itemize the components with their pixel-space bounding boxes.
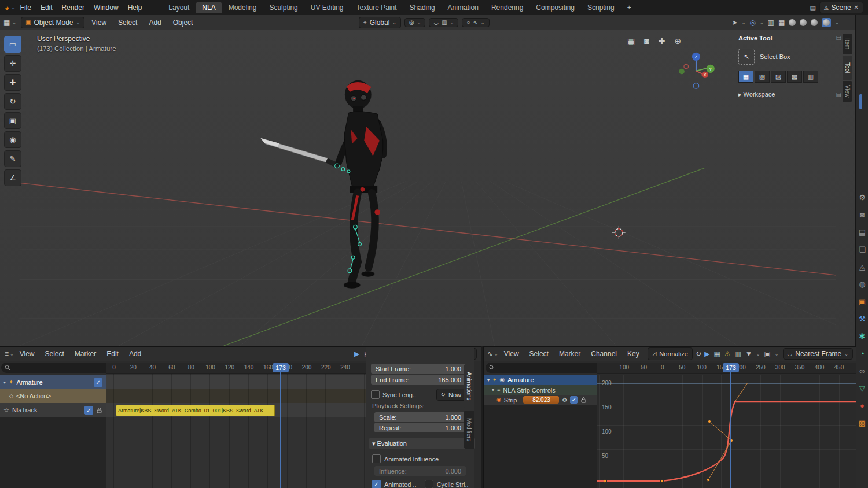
shading-wireframe-icon[interactable]: [789, 19, 796, 26]
strip-enable-checkbox[interactable]: ✓: [570, 396, 578, 404]
overlays-caret-icon[interactable]: ⌄: [760, 20, 764, 25]
graph-copy-caret-icon[interactable]: ⌄: [775, 352, 779, 357]
tab-animation[interactable]: Animation: [442, 2, 484, 13]
graph-overlay-icon[interactable]: ▥: [735, 350, 741, 357]
nla-channel-track[interactable]: ☆ NlaTrack ✓: [0, 403, 106, 417]
viewport-gizmo-extra-icon[interactable]: ▦: [778, 19, 785, 26]
graph-playhead-snap-icon[interactable]: ▶: [704, 350, 709, 357]
nla-menu-view[interactable]: View: [15, 349, 39, 359]
graph-channel-search[interactable]: [486, 363, 602, 373]
graph-channel-nla-strip-controls[interactable]: ▾ ≡ NLA Strip Controls: [484, 385, 597, 395]
viewport-menu-add[interactable]: Add: [144, 17, 165, 28]
graph-channel-strip[interactable]: ◉ Strip 82.023 ⚙ ✓: [484, 395, 597, 405]
sidebar-tab-item[interactable]: Item: [843, 34, 852, 54]
lock-icon[interactable]: [580, 397, 587, 403]
expand-icon[interactable]: ▾: [3, 380, 6, 385]
menu-edit[interactable]: Edit: [36, 2, 57, 13]
menu-window[interactable]: Window: [89, 2, 123, 13]
transform-tool-button[interactable]: ◉: [4, 131, 21, 148]
scene-browse-icon[interactable]: ▤: [810, 5, 815, 11]
graph-filter-caret-icon[interactable]: ⌄: [756, 352, 760, 357]
overlays-icon[interactable]: ◎: [749, 19, 755, 26]
tab-nla[interactable]: NLA: [196, 2, 221, 13]
sidebar-tab-view[interactable]: View: [843, 81, 852, 102]
select-mode-3-button[interactable]: ▩: [787, 71, 802, 83]
annotate-tool-button[interactable]: ✎: [4, 150, 21, 167]
navigation-gizmo[interactable]: Z Y X: [679, 53, 715, 89]
graph-playhead-badge[interactable]: 173: [723, 363, 739, 372]
nla-playhead-badge[interactable]: 173: [273, 363, 289, 372]
editor-type-nla-icon[interactable]: ≡: [5, 350, 9, 357]
viewport-menu-select[interactable]: Select: [113, 17, 142, 28]
shading-caret-icon[interactable]: ⌄: [835, 20, 839, 25]
graph-menu-marker[interactable]: Marker: [554, 349, 585, 359]
workspace-options-icon[interactable]: ▤: [836, 92, 841, 98]
object-data-properties-tab[interactable]: ▽: [856, 383, 868, 393]
pivot-point-selector[interactable]: ◎⌄: [404, 18, 425, 27]
fcurve-keyframe[interactable]: [708, 420, 711, 423]
scale-field[interactable]: Scale: 1.000: [374, 412, 466, 422]
texture-properties-tab[interactable]: ▩: [856, 417, 868, 428]
shading-rendered-button[interactable]: [822, 18, 831, 27]
zoom-view-icon[interactable]: ⊕: [674, 37, 681, 45]
strip-time-slider[interactable]: 82.023: [523, 396, 559, 404]
fcurve-keyframe[interactable]: [660, 479, 663, 482]
graph-menu-view[interactable]: View: [499, 349, 524, 359]
sync-now-button[interactable]: ↻ Now: [436, 389, 466, 401]
fcurve-handle-line[interactable]: [735, 383, 748, 402]
fcurve-handle-line[interactable]: [709, 422, 731, 441]
panel-options-icon[interactable]: ▤: [836, 35, 841, 41]
start-frame-field[interactable]: Start Frame: 1.000: [371, 364, 466, 374]
animated-strip-time-checkbox[interactable]: ✓: [372, 480, 381, 488]
cursor-tool-button[interactable]: ✛: [4, 55, 21, 72]
modifiers-properties-tab[interactable]: ⚒: [856, 313, 868, 324]
fcurve-keyframe[interactable]: [707, 478, 709, 481]
graph-menu-channel[interactable]: Channel: [586, 349, 621, 359]
transform-orientation-selector[interactable]: ⌖ Global ⌄: [359, 17, 401, 28]
graph-channel-armature[interactable]: ▾ ✦ ◉ Armature: [484, 375, 597, 385]
tool-properties-tab[interactable]: ⚙: [856, 192, 868, 202]
select-mode-4-button[interactable]: ▥: [803, 71, 818, 83]
rotate-tool-button[interactable]: ↻: [4, 93, 21, 110]
mode-selector[interactable]: ▣ Object Mode ⌄: [21, 17, 84, 28]
pan-view-icon[interactable]: ✚: [659, 37, 665, 45]
graph-view-pixel-icon[interactable]: ▦: [713, 350, 720, 357]
auto-normalize-refresh-icon[interactable]: ↻: [696, 350, 701, 357]
nla-channel-armature[interactable]: ▾ ✦ Armature ✓: [0, 375, 106, 389]
menu-help[interactable]: Help: [123, 2, 147, 13]
snap-toggle[interactable]: ◡▥⌄: [429, 18, 458, 27]
physics-properties-tab[interactable]: ◔: [856, 348, 868, 358]
output-properties-tab[interactable]: ▤: [856, 227, 868, 237]
toggle-grid-icon[interactable]: ▦: [627, 37, 635, 45]
gizmos-caret-icon[interactable]: ⌄: [742, 20, 746, 25]
graph-menu-select[interactable]: Select: [525, 349, 553, 359]
expand-icon[interactable]: ▾: [492, 387, 494, 393]
move-tool-button[interactable]: ✚: [4, 74, 21, 91]
editor-type-graph-icon[interactable]: ∿: [487, 350, 493, 357]
nla-track-area[interactable]: Armature|KBS_Sword_ATK_Combo_01_001|KBS_…: [106, 374, 366, 488]
blender-logo-icon[interactable]: ◕: [5, 4, 9, 12]
normalize-button[interactable]: ◿ Normalize: [648, 347, 693, 360]
nla-strip[interactable]: Armature|KBS_Sword_ATK_Combo_01_001|KBS_…: [116, 405, 275, 416]
character-armature[interactable]: [261, 80, 384, 289]
editor-type-caret-icon[interactable]: ⌄: [12, 20, 16, 25]
select-box-tool-button[interactable]: ▭: [4, 36, 21, 53]
blender-menu-caret-icon[interactable]: ⌄: [12, 5, 16, 10]
repeat-field[interactable]: Repeat: 1.000: [374, 423, 466, 432]
workspace-panel-header[interactable]: ▸ Workspace: [738, 91, 775, 98]
menu-file[interactable]: File: [16, 2, 36, 13]
viewport-menu-view[interactable]: View: [87, 17, 111, 28]
world-properties-tab[interactable]: ◍: [856, 279, 868, 289]
editor-type-3dview-icon[interactable]: ▦: [3, 19, 10, 26]
tab-scripting[interactable]: Scripting: [582, 2, 620, 13]
add-workspace-button[interactable]: +: [621, 2, 637, 13]
camera-view-icon[interactable]: ◙: [644, 37, 649, 45]
graph-playhead-line[interactable]: [730, 363, 731, 488]
evaluation-panel-header[interactable]: ▾ Evaluation ⁞⁞: [369, 438, 475, 449]
tab-shading[interactable]: Shading: [404, 2, 441, 13]
nla-menu-select[interactable]: Select: [41, 349, 69, 359]
select-mode-2-button[interactable]: ▨: [771, 71, 786, 83]
modifier-wrench-icon[interactable]: ⚙: [562, 397, 567, 403]
active-tool-header[interactable]: Active Tool: [738, 35, 772, 42]
cyclic-strip-time-checkbox[interactable]: [425, 480, 433, 488]
